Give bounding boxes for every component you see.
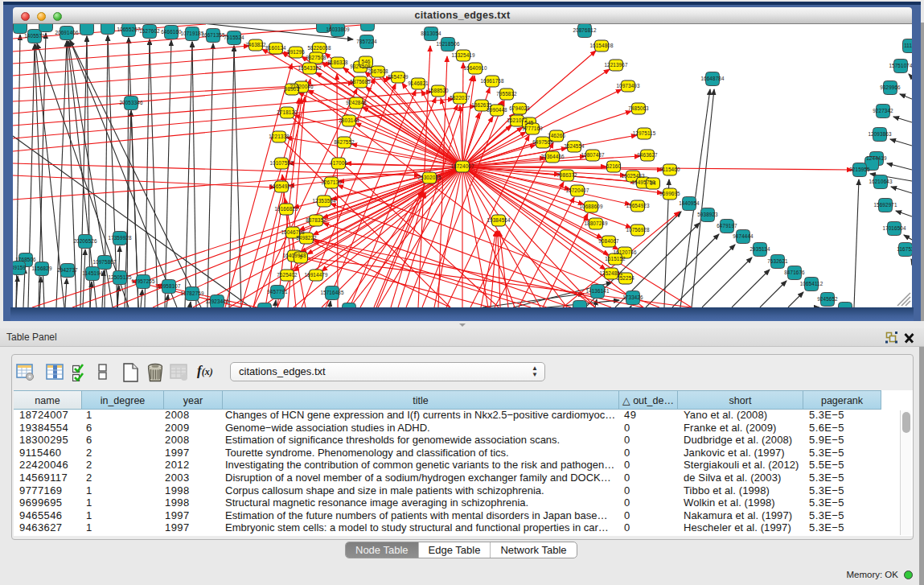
svg-text:19218506: 19218506 bbox=[436, 41, 460, 47]
svg-text:9457791: 9457791 bbox=[267, 289, 288, 295]
svg-text:10655267: 10655267 bbox=[117, 27, 141, 32]
svg-text:1615152: 1615152 bbox=[605, 256, 626, 262]
svg-text:16120746: 16120746 bbox=[613, 249, 637, 255]
svg-text:16033809: 16033809 bbox=[326, 27, 350, 32]
svg-text:7632621: 7632621 bbox=[767, 258, 788, 264]
svg-text:9777169: 9777169 bbox=[522, 126, 543, 131]
svg-text:1156829: 1156829 bbox=[31, 266, 51, 271]
svg-text:12213967: 12213967 bbox=[604, 62, 628, 68]
svg-text:16914479: 16914479 bbox=[304, 272, 328, 278]
svg-text:8427552: 8427552 bbox=[334, 139, 355, 145]
svg-text:1527602: 1527602 bbox=[139, 28, 160, 34]
svg-text:6466160: 6466160 bbox=[161, 29, 182, 35]
svg-text:9827508: 9827508 bbox=[306, 55, 326, 60]
svg-text:5875685: 5875685 bbox=[350, 79, 371, 84]
svg-text:8813054: 8813054 bbox=[421, 31, 441, 36]
svg-text:98901: 98901 bbox=[285, 86, 300, 92]
svg-text:7515524: 7515524 bbox=[224, 35, 244, 40]
svg-text:1244419: 1244419 bbox=[866, 155, 887, 161]
svg-text:3624554: 3624554 bbox=[564, 143, 585, 149]
svg-text:3267130: 3267130 bbox=[321, 179, 342, 185]
svg-text:417006: 417006 bbox=[330, 160, 347, 166]
svg-text:20206526: 20206526 bbox=[73, 238, 97, 244]
svg-text:7955812: 7955812 bbox=[496, 91, 517, 97]
svg-text:16409948: 16409948 bbox=[282, 253, 306, 258]
svg-text:10654112: 10654112 bbox=[800, 281, 823, 286]
svg-text:10975867: 10975867 bbox=[92, 259, 117, 265]
svg-text:20691406: 20691406 bbox=[55, 30, 79, 35]
svg-text:9245652: 9245652 bbox=[817, 296, 838, 302]
svg-text:1145194: 1145194 bbox=[82, 270, 102, 276]
svg-text:14136141: 14136141 bbox=[585, 288, 610, 294]
svg-text:8160124: 8160124 bbox=[265, 45, 286, 51]
svg-text:9242848: 9242848 bbox=[346, 100, 367, 105]
svg-text:5938923: 5938923 bbox=[697, 212, 718, 217]
svg-text:25302035: 25302035 bbox=[417, 175, 441, 180]
svg-text:8990448: 8990448 bbox=[487, 107, 507, 113]
svg-text:8878352: 8878352 bbox=[306, 217, 326, 223]
svg-text:62160: 62160 bbox=[606, 163, 622, 169]
svg-text:252254: 252254 bbox=[617, 275, 634, 281]
svg-text:58226058: 58226058 bbox=[307, 45, 331, 51]
svg-text:7485063: 7485063 bbox=[628, 105, 649, 111]
svg-text:16782759: 16782759 bbox=[180, 290, 204, 296]
svg-text:1588520: 1588520 bbox=[428, 88, 449, 93]
svg-text:10973493: 10973493 bbox=[616, 83, 640, 89]
svg-text:1221338: 1221338 bbox=[269, 134, 290, 139]
svg-text:5498222: 5498222 bbox=[296, 235, 317, 241]
svg-text:2803144: 2803144 bbox=[339, 117, 359, 123]
svg-text:15751074: 15751074 bbox=[889, 63, 912, 68]
svg-text:10025433: 10025433 bbox=[621, 173, 645, 179]
svg-text:8471676: 8471676 bbox=[784, 270, 805, 275]
svg-text:116753: 116753 bbox=[897, 246, 912, 252]
svg-text:16961758: 16961758 bbox=[480, 78, 504, 84]
svg-text:19384554: 19384554 bbox=[487, 217, 511, 223]
svg-text:12975115: 12975115 bbox=[633, 130, 656, 136]
svg-text:9115460: 9115460 bbox=[659, 167, 680, 172]
svg-text:1768506: 1768506 bbox=[15, 257, 36, 262]
svg-text:9463627: 9463627 bbox=[637, 152, 658, 158]
svg-text:19166829: 19166829 bbox=[274, 206, 298, 212]
svg-text:15692971: 15692971 bbox=[873, 202, 897, 208]
svg-text:16210643: 16210643 bbox=[869, 179, 893, 184]
svg-text:1440954: 1440954 bbox=[679, 200, 700, 206]
svg-text:9146821: 9146821 bbox=[408, 80, 429, 86]
svg-text:545: 545 bbox=[525, 120, 534, 126]
svg-text:17359928: 17359928 bbox=[108, 235, 132, 241]
svg-text:2718120: 2718120 bbox=[277, 109, 298, 115]
svg-text:7463822: 7463822 bbox=[245, 42, 266, 47]
svg-text:17957255: 17957255 bbox=[131, 278, 155, 284]
svg-text:12093863: 12093863 bbox=[868, 131, 892, 137]
svg-text:20364436: 20364436 bbox=[540, 154, 565, 159]
svg-text:8454749: 8454749 bbox=[388, 74, 409, 80]
svg-text:20053346: 20053346 bbox=[119, 100, 143, 105]
svg-text:16154808: 16154808 bbox=[589, 43, 614, 48]
svg-text:12923446: 12923446 bbox=[205, 299, 229, 304]
svg-text:39159: 39159 bbox=[13, 265, 26, 270]
svg-text:9474444: 9474444 bbox=[733, 233, 754, 239]
svg-text:16046798: 16046798 bbox=[281, 229, 305, 235]
svg-text:9227342: 9227342 bbox=[873, 108, 893, 113]
svg-text:9: 9 bbox=[299, 254, 302, 260]
svg-text:5822037: 5822037 bbox=[450, 95, 470, 101]
svg-text:12505135: 12505135 bbox=[108, 274, 132, 280]
svg-text:2942737: 2942737 bbox=[57, 267, 78, 273]
svg-text:16640910: 16640910 bbox=[463, 65, 487, 71]
svg-text:16543382: 16543382 bbox=[298, 65, 322, 71]
svg-text:10807487: 10807487 bbox=[581, 152, 605, 158]
svg-text:15720407: 15720407 bbox=[565, 187, 589, 193]
svg-text:10756928: 10756928 bbox=[626, 227, 650, 233]
svg-text:9699695: 9699695 bbox=[659, 191, 680, 196]
svg-text:1405571: 1405571 bbox=[24, 33, 45, 39]
svg-text:7857224: 7857224 bbox=[356, 39, 377, 44]
svg-text:16648784: 16648784 bbox=[700, 76, 725, 81]
svg-text:1733426: 1733426 bbox=[622, 295, 643, 300]
svg-text:16654923: 16654923 bbox=[269, 183, 294, 189]
svg-text:13325419: 13325419 bbox=[451, 52, 475, 58]
svg-text:7625402: 7625402 bbox=[277, 272, 298, 278]
svg-text:17016504: 17016504 bbox=[882, 225, 906, 231]
svg-text:18724007: 18724007 bbox=[450, 163, 474, 169]
svg-text:1117: 1117 bbox=[904, 43, 912, 48]
svg-text:9329966: 9329966 bbox=[880, 84, 901, 90]
svg-text:10958107: 10958107 bbox=[157, 283, 181, 289]
